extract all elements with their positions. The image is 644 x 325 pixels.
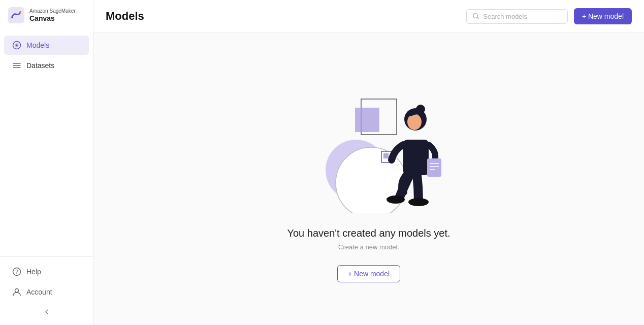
main-header: Models + New model <box>93 0 644 33</box>
svg-point-29 <box>408 198 429 206</box>
new-model-empty-button[interactable]: + New model <box>337 265 400 282</box>
svg-rect-23 <box>403 140 429 175</box>
account-icon <box>12 287 21 297</box>
sidebar-item-help[interactable]: ? Help <box>4 262 89 281</box>
help-icon: ? <box>12 267 21 276</box>
svg-point-28 <box>387 196 405 204</box>
svg-point-1 <box>11 16 13 18</box>
logo-text: Amazon SageMaker Canvas <box>29 8 76 23</box>
empty-state: You haven't created any models yet. Crea… <box>93 33 644 325</box>
brand-bottom: Canvas <box>29 14 76 23</box>
datasets-icon <box>12 61 21 70</box>
svg-text:?: ? <box>15 269 18 275</box>
models-icon <box>12 41 21 50</box>
sidebar-datasets-label: Datasets <box>26 61 54 70</box>
sidebar-account-label: Account <box>26 288 52 296</box>
empty-subtitle: Create a new model. <box>338 243 399 251</box>
svg-rect-19 <box>383 153 389 158</box>
sidebar-help-label: Help <box>26 268 41 276</box>
svg-rect-24 <box>427 158 441 177</box>
sidebar-logo: Amazon SageMaker Canvas <box>0 0 93 30</box>
search-box[interactable] <box>466 9 568 24</box>
sidebar-item-datasets[interactable]: Datasets <box>4 56 89 75</box>
svg-rect-17 <box>355 108 379 132</box>
svg-line-13 <box>477 18 479 19</box>
search-input[interactable] <box>483 13 561 20</box>
search-icon <box>473 13 479 20</box>
sidebar: Amazon SageMaker Canvas Models <box>0 0 93 325</box>
illustration <box>277 76 460 213</box>
sagemaker-logo-icon <box>8 7 24 23</box>
svg-point-2 <box>19 11 21 13</box>
page-title: Models <box>106 10 144 23</box>
header-actions: + New model <box>466 8 632 24</box>
sidebar-models-label: Models <box>26 41 49 49</box>
brand-top: Amazon SageMaker <box>29 8 76 14</box>
svg-point-11 <box>15 289 19 292</box>
main-content: Models + New model <box>93 0 644 325</box>
sidebar-bottom: ? Help Account <box>0 256 93 325</box>
svg-rect-0 <box>8 7 24 23</box>
empty-title: You haven't created any models yet. <box>287 228 450 239</box>
svg-point-5 <box>16 45 18 46</box>
sidebar-item-models[interactable]: Models <box>4 36 89 55</box>
sidebar-nav: Models Datasets <box>0 30 93 256</box>
sidebar-item-account[interactable]: Account <box>4 282 89 302</box>
collapse-sidebar-button[interactable] <box>0 303 93 321</box>
new-model-header-button[interactable]: + New model <box>574 8 632 24</box>
